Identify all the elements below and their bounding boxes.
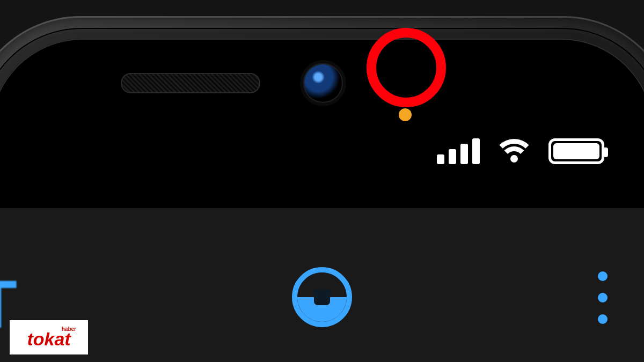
dot-icon [598,271,608,281]
earpiece-speaker [121,73,260,93]
stage: T 00:22 h [0,0,644,362]
recorder-app: T 00:22 [0,208,644,362]
status-bar[interactable] [437,138,604,164]
watermark-maintext: tokat [27,330,70,348]
microphone-indicator-dot-icon [399,108,412,121]
wifi-icon [498,139,530,164]
front-camera-icon [303,63,343,103]
recorder-toolbar: T [0,267,644,331]
stop-icon [314,289,330,305]
battery-icon [548,138,604,164]
display-notch [142,47,502,117]
more-options-button[interactable] [598,271,608,324]
phone-frame: T 00:22 [0,16,644,362]
source-watermark: haber tokat [10,320,88,354]
record-stop-button[interactable] [292,267,352,327]
dot-icon [598,293,608,302]
dot-icon [598,314,608,324]
cellular-signal-icon [437,138,480,164]
phone-screen: T 00:22 [0,47,644,362]
